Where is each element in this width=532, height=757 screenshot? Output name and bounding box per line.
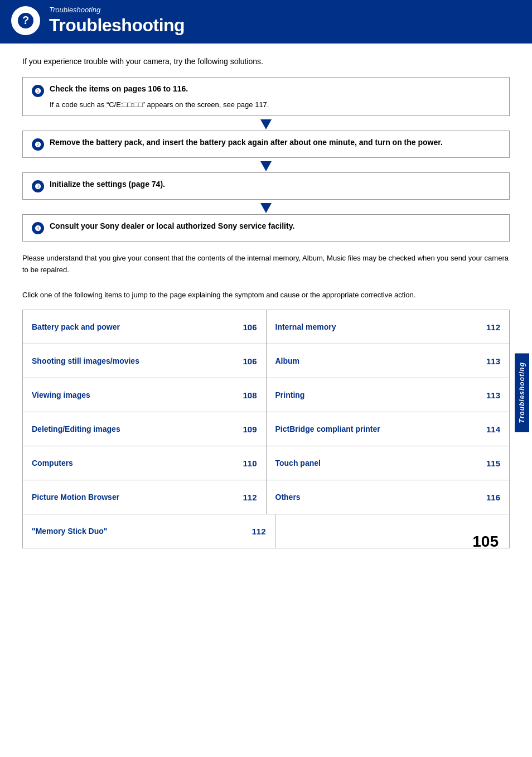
grid-cell-deleting[interactable]: Deleting/Editing images 109 bbox=[23, 412, 267, 446]
grid-row-2: Viewing images 108 Printing 113 bbox=[23, 378, 509, 412]
grid-cell-touch-panel[interactable]: Touch panel 115 bbox=[267, 446, 510, 480]
page-number: 105 bbox=[472, 533, 499, 551]
others-number: 116 bbox=[486, 493, 500, 502]
step-1-box: ❶ Check the items on pages 106 to 116. I… bbox=[22, 77, 510, 116]
grid-cell-others[interactable]: Others 116 bbox=[267, 480, 510, 514]
header-text-block: Troubleshooting Troubleshooting bbox=[49, 6, 185, 36]
arrow-2 bbox=[22, 160, 510, 172]
grid-cell-pictbridge[interactable]: PictBridge compliant printer 114 bbox=[267, 412, 510, 446]
grid-row-0: Battery pack and power 106 Internal memo… bbox=[23, 310, 509, 344]
sidebar-tab-container: Troubleshooting bbox=[512, 223, 532, 562]
svg-marker-2 bbox=[260, 119, 272, 129]
others-label: Others bbox=[275, 493, 301, 502]
viewing-label: Viewing images bbox=[32, 390, 90, 399]
category-grid: Battery pack and power 106 Internal memo… bbox=[22, 310, 510, 548]
step-4-text: Consult your Sony dealer or local author… bbox=[50, 221, 294, 230]
jump-intro-text: Click one of the following items to jump… bbox=[22, 290, 510, 301]
page-header: ? Troubleshooting Troubleshooting bbox=[0, 0, 532, 44]
arrow-3 bbox=[22, 202, 510, 214]
step-3-box: ❸ Initialize the settings (page 74). bbox=[22, 172, 510, 200]
arrow-1 bbox=[22, 118, 510, 131]
deleting-label: Deleting/Editing images bbox=[32, 425, 120, 433]
viewing-number: 108 bbox=[243, 390, 257, 400]
step-4-header: ❹ Consult your Sony dealer or local auth… bbox=[32, 221, 500, 234]
grid-cell-computers[interactable]: Computers 110 bbox=[23, 446, 267, 480]
shooting-number: 106 bbox=[243, 356, 257, 366]
grid-row-4: Computers 110 Touch panel 115 bbox=[23, 446, 509, 480]
pictbridge-number: 114 bbox=[486, 425, 500, 434]
album-label: Album bbox=[275, 356, 300, 365]
step-4-wrapper: ❹ Consult your Sony dealer or local auth… bbox=[22, 214, 510, 242]
step-3-number: ❸ bbox=[32, 180, 44, 192]
step-1-text: Check the items on pages 106 to 116. bbox=[50, 84, 188, 93]
grid-cell-album[interactable]: Album 113 bbox=[267, 344, 510, 378]
header-icon: ? bbox=[11, 6, 40, 35]
step-2-number: ❷ bbox=[32, 138, 44, 151]
step-4-number: ❹ bbox=[32, 222, 44, 234]
step-3-wrapper: ❸ Initialize the settings (page 74). bbox=[22, 172, 510, 200]
header-title: Troubleshooting bbox=[49, 15, 185, 36]
step-1-number: ❶ bbox=[32, 85, 44, 97]
computers-label: Computers bbox=[32, 459, 73, 467]
sidebar-tab: Troubleshooting bbox=[515, 353, 529, 432]
step-1-subtext: If a code such as “C/E:□□:□□” appears on… bbox=[50, 100, 500, 109]
album-number: 113 bbox=[486, 356, 500, 366]
grid-cell-shooting[interactable]: Shooting still images/movies 106 bbox=[23, 344, 267, 378]
grid-cell-battery-power[interactable]: Battery pack and power 106 bbox=[23, 310, 267, 344]
grid-cell-viewing[interactable]: Viewing images 108 bbox=[23, 378, 267, 412]
question-mark-icon: ? bbox=[17, 12, 35, 30]
intro-text: If you experience trouble with your came… bbox=[22, 57, 510, 66]
step-2-wrapper: ❷ Remove the battery pack, and insert th… bbox=[22, 131, 510, 158]
grid-cell-printing[interactable]: Printing 113 bbox=[267, 378, 510, 412]
printing-label: Printing bbox=[275, 390, 305, 399]
page-wrapper: ? Troubleshooting Troubleshooting If you… bbox=[0, 0, 532, 562]
shooting-label: Shooting still images/movies bbox=[32, 356, 139, 365]
deleting-number: 109 bbox=[243, 425, 257, 434]
step-4-box: ❹ Consult your Sony dealer or local auth… bbox=[22, 214, 510, 242]
step-1-header: ❶ Check the items on pages 106 to 116. bbox=[32, 84, 500, 97]
grid-row-5: Picture Motion Browser 112 Others 116 bbox=[23, 480, 509, 514]
memory-stick-number: 112 bbox=[252, 527, 265, 536]
grid-row-3: Deleting/Editing images 109 PictBridge c… bbox=[23, 412, 509, 446]
pictbridge-label: PictBridge compliant printer bbox=[275, 425, 380, 433]
step-1-wrapper: ❶ Check the items on pages 106 to 116. I… bbox=[22, 77, 510, 116]
computers-number: 110 bbox=[243, 459, 257, 468]
down-arrow-3 bbox=[259, 202, 273, 214]
pmb-number: 112 bbox=[243, 493, 257, 502]
svg-marker-4 bbox=[260, 203, 272, 213]
internal-memory-label: Internal memory bbox=[275, 322, 336, 331]
step-2-text: Remove the battery pack, and insert the … bbox=[50, 138, 443, 147]
svg-marker-3 bbox=[260, 161, 272, 171]
down-arrow-2 bbox=[259, 160, 273, 172]
memory-stick-label: "Memory Stick Duo" bbox=[32, 527, 107, 536]
grid-cell-memory-stick[interactable]: "Memory Stick Duo" 112 bbox=[23, 514, 275, 548]
printing-number: 113 bbox=[486, 390, 500, 400]
svg-text:?: ? bbox=[22, 14, 29, 26]
step-2-header: ❷ Remove the battery pack, and insert th… bbox=[32, 138, 500, 151]
battery-power-label: Battery pack and power bbox=[32, 322, 120, 331]
step-3-header: ❸ Initialize the settings (page 74). bbox=[32, 180, 500, 192]
touch-panel-label: Touch panel bbox=[275, 459, 321, 467]
grid-cell-internal-memory[interactable]: Internal memory 112 bbox=[267, 310, 510, 344]
grid-cell-pmb[interactable]: Picture Motion Browser 112 bbox=[23, 480, 267, 514]
step-3-text: Initialize the settings (page 74). bbox=[50, 180, 165, 189]
battery-power-number: 106 bbox=[243, 322, 257, 332]
touch-panel-number: 115 bbox=[486, 459, 500, 468]
header-subtitle: Troubleshooting bbox=[49, 6, 185, 14]
main-content: If you experience trouble with your came… bbox=[0, 44, 532, 562]
internal-memory-number: 112 bbox=[486, 322, 500, 332]
grid-row-1: Shooting still images/movies 106 Album 1… bbox=[23, 344, 509, 378]
pmb-label: Picture Motion Browser bbox=[32, 493, 119, 502]
step-2-box: ❷ Remove the battery pack, and insert th… bbox=[22, 131, 510, 158]
down-arrow-1 bbox=[259, 118, 273, 131]
grid-row-6: "Memory Stick Duo" 112 bbox=[23, 514, 509, 548]
description-text: Please understand that you give your con… bbox=[22, 253, 510, 276]
